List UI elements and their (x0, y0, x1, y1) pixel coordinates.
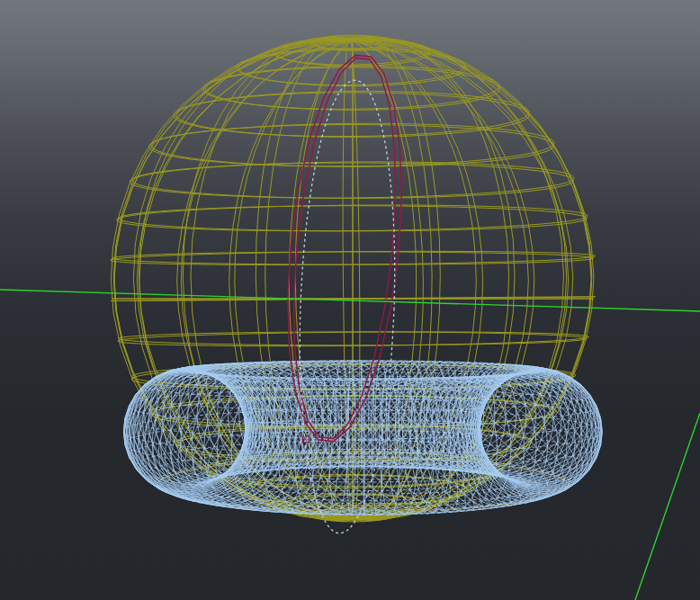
viewport-3d[interactable] (0, 0, 700, 600)
